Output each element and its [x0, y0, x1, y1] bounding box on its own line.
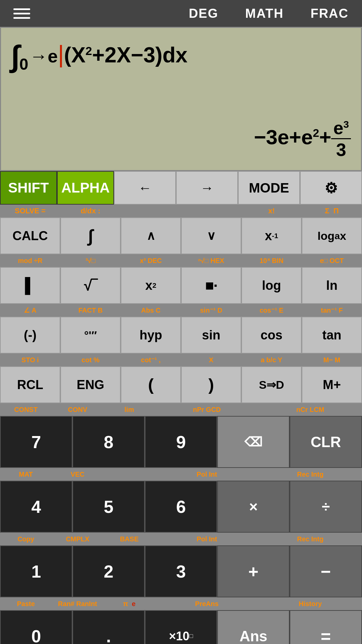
s-to-d-button[interactable]: S⇒D: [241, 366, 302, 403]
sec-pol-int2: Pol Int: [155, 533, 259, 545]
sec-cot: cot %: [60, 354, 121, 366]
tab-frac[interactable]: FRAC: [310, 6, 349, 21]
menu-button[interactable]: [13, 8, 30, 19]
row-sqrt: ▌ √‾ x2 ■▪ log ln: [0, 267, 362, 304]
close-paren-button[interactable]: ): [181, 366, 241, 403]
times10-button[interactable]: ×10□: [145, 610, 217, 644]
sec-rec-intg2: Rec Intg: [258, 533, 362, 545]
sec-cubert: ³√□: [60, 254, 121, 267]
sec-rec-intg: Rec Intg: [258, 468, 362, 481]
log-base-a-button[interactable]: logax: [302, 217, 362, 254]
sec-base2: BASE: [104, 533, 155, 545]
power-button[interactable]: ■▪: [181, 267, 241, 304]
ln-button[interactable]: ln: [302, 267, 362, 304]
degrees-button[interactable]: °'″: [60, 317, 121, 354]
sec-preans: PreAns: [155, 597, 259, 610]
sin-button[interactable]: sin: [181, 317, 241, 354]
log-button[interactable]: log: [241, 267, 302, 304]
row-789-wrapper: CONST CONV lim nPr GCD nCr LCM 7 8 9 ⌫ C…: [0, 403, 362, 468]
sec-empty2: [181, 205, 241, 217]
shift-button[interactable]: SHIFT: [0, 171, 57, 205]
zero-button[interactable]: 0: [0, 610, 72, 644]
sec-labels-sqrt: mod ÷R ³√□ x³ DEC ⁿ√□ HEX 10ˣ BIN e□ OCT: [0, 254, 362, 267]
sec-pol-int: Pol Int: [155, 468, 259, 481]
sec-labels-123: Copy CMPLX BASE Pol Int Rec Intg: [0, 533, 362, 545]
sec-vec2: VEC: [52, 468, 103, 481]
equals-button[interactable]: =: [290, 610, 362, 644]
sec-ran: Ran# RanInt: [52, 597, 103, 610]
sec-x3: x³ DEC: [121, 254, 181, 267]
header-tabs: DEG MATH FRAC: [189, 6, 349, 21]
sqrt-button[interactable]: √‾: [60, 267, 121, 304]
eng-button[interactable]: ENG: [60, 366, 121, 403]
sec-arcsin-d: sin⁻¹ D: [181, 304, 241, 317]
row-rcl: RCL ENG ( ) S⇒D M+: [0, 366, 362, 403]
minus-button[interactable]: −: [290, 545, 362, 597]
calc-button[interactable]: CALC: [0, 217, 60, 254]
row-trig-wrapper: ∠ A FACT B Abs C sin⁻¹ D cos⁻¹ E tan⁻¹ F…: [0, 304, 362, 354]
mode-button[interactable]: MODE: [238, 171, 300, 205]
tab-deg[interactable]: DEG: [189, 6, 218, 21]
three-button[interactable]: 3: [145, 545, 217, 597]
row-456: 4 5 6 × ÷: [0, 481, 362, 533]
up-button[interactable]: ∧: [121, 217, 181, 254]
sec-arctan-f: tan⁻¹ F: [302, 304, 362, 317]
tab-math[interactable]: MATH: [245, 6, 284, 21]
row-123: 1 2 3 + −: [0, 545, 362, 597]
five-button[interactable]: 5: [72, 481, 145, 533]
sec-fact-b: FACT B: [60, 304, 121, 317]
row-456-wrapper: MAT VEC Pol Int Rec Intg 4 5 6 × ÷: [0, 468, 362, 533]
settings-button[interactable]: ⚙: [300, 171, 362, 205]
nine-button[interactable]: 9: [145, 416, 217, 468]
sec-x-label: X: [181, 354, 241, 366]
sec-10x: 10ˣ BIN: [241, 254, 302, 267]
divide-button[interactable]: ÷: [290, 481, 362, 533]
open-paren-button[interactable]: (: [121, 366, 181, 403]
row-calc: CALC ∫ ∧ ∨ x-1 logax: [0, 217, 362, 254]
right-arrow-button[interactable]: →: [176, 171, 238, 205]
left-arrow-button[interactable]: ←: [114, 171, 176, 205]
tan-button[interactable]: tan: [302, 317, 362, 354]
four-button[interactable]: 4: [0, 481, 72, 533]
sec-labels-trig: ∠ A FACT B Abs C sin⁻¹ D cos⁻¹ E tan⁻¹ F: [0, 304, 362, 317]
backspace-button[interactable]: ⌫: [217, 416, 290, 468]
sec-arccos-e: cos⁻¹ E: [241, 304, 302, 317]
x-inverse-button[interactable]: x-1: [241, 217, 302, 254]
negative-button[interactable]: (-): [0, 317, 60, 354]
sec-mat: CONST: [0, 403, 52, 416]
sec-copy: Copy: [0, 533, 52, 545]
sec-ddx: d/dx :: [60, 205, 121, 217]
sec-sigma: Σ Π: [302, 205, 362, 217]
clr-button[interactable]: CLR: [290, 416, 362, 468]
sec-labels-0: Paste Ran# RanInt π e PreAns History: [0, 597, 362, 610]
alpha-button[interactable]: ALPHA: [57, 171, 114, 205]
one-button[interactable]: 1: [0, 545, 72, 597]
two-button[interactable]: 2: [72, 545, 145, 597]
dot-button[interactable]: .: [72, 610, 145, 644]
sec-ex: e□ OCT: [302, 254, 362, 267]
integral-button[interactable]: ∫: [60, 217, 121, 254]
x-squared-button[interactable]: x2: [121, 267, 181, 304]
plus-button[interactable]: +: [217, 545, 290, 597]
down-button[interactable]: ∨: [181, 217, 241, 254]
rcl-button[interactable]: RCL: [0, 366, 60, 403]
sec-history: History: [258, 597, 362, 610]
row-0: 0 . ×10□ Ans =: [0, 610, 362, 644]
row-123-wrapper: Copy CMPLX BASE Pol Int Rec Intg 1 2 3 +…: [0, 533, 362, 597]
cos-button[interactable]: cos: [241, 317, 302, 354]
hyp-button[interactable]: hyp: [121, 317, 181, 354]
display-result: −3e+e2+e33: [254, 117, 351, 160]
display-expression: ∫0→e|(X2+2X−3)dx: [11, 38, 351, 74]
sec-mm: M− M: [302, 354, 362, 366]
eight-button[interactable]: 8: [72, 416, 145, 468]
sec-labels-calc: SOLVE = d/dx : x! Σ Π: [0, 205, 362, 217]
six-button[interactable]: 6: [145, 481, 217, 533]
multiply-button[interactable]: ×: [217, 481, 290, 533]
fraction-button[interactable]: ▌: [0, 267, 60, 304]
m-plus-button[interactable]: M+: [302, 366, 362, 403]
sec-cot-inv: cot⁻¹ ,: [121, 354, 181, 366]
sec-labels-rcl: STO i cot % cot⁻¹ , X a b/c Y M− M: [0, 354, 362, 366]
seven-button[interactable]: 7: [0, 416, 72, 468]
sec-vec: CONV: [52, 403, 103, 416]
ans-button[interactable]: Ans: [217, 610, 290, 644]
